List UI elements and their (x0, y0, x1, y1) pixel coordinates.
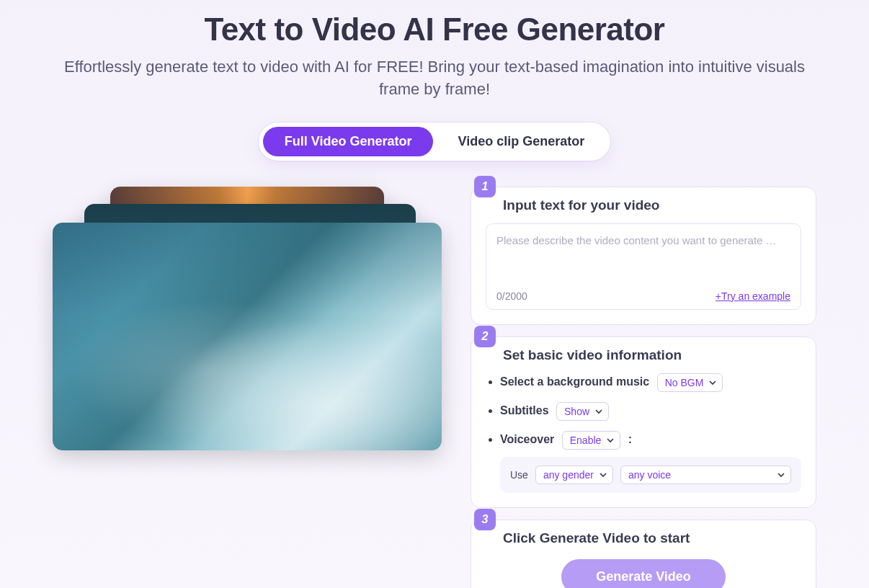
step-2-badge: 2 (474, 326, 496, 347)
preview-card-front (53, 223, 442, 450)
char-counter: 0/2000 (496, 290, 527, 302)
chevron-down-icon (709, 379, 716, 386)
voiceover-select-value: Enable (570, 435, 602, 446)
step-1-card: 1 Input text for your video 0/2000 +Try … (471, 187, 816, 325)
step-1-title: Input text for your video (503, 197, 801, 213)
prompt-input[interactable] (496, 234, 790, 283)
step-2-title: Set basic video information (503, 347, 801, 363)
subtitles-label: Subtitles (500, 404, 549, 416)
ocean-wave-image (53, 223, 442, 450)
page-subtitle: Effortlessly generate text to video with… (53, 56, 816, 101)
step-1-badge: 1 (474, 176, 496, 197)
bgm-select[interactable]: No BGM (657, 373, 723, 392)
step-3-card: 3 Click Generate Video to start Generate… (471, 520, 816, 588)
page-title: Text to Video AI Free Generator (53, 12, 816, 48)
chevron-down-icon (777, 471, 785, 478)
generate-video-button[interactable]: Generate Video (561, 559, 726, 588)
mode-tab-switcher: Full Video Generator Video clip Generato… (259, 122, 610, 161)
prompt-input-box: 0/2000 +Try an example (486, 223, 801, 310)
voice-select-value: any voice (628, 469, 671, 481)
step-3-badge: 3 (474, 509, 496, 530)
bgm-select-value: No BGM (665, 377, 704, 388)
subtitles-select-value: Show (564, 406, 589, 417)
voiceover-label: Voiceover (500, 433, 554, 445)
step-2-card: 2 Set basic video information Select a b… (471, 337, 816, 508)
voice-select[interactable]: any voice (620, 466, 791, 484)
voiceover-colon: : (628, 433, 632, 445)
chevron-down-icon (595, 408, 602, 415)
voiceover-select[interactable]: Enable (562, 431, 621, 450)
tab-video-clip[interactable]: Video clip Generator (436, 127, 606, 156)
gender-select-value: any gender (543, 469, 594, 481)
use-label: Use (510, 469, 528, 481)
chevron-down-icon (600, 471, 607, 478)
bgm-label: Select a background music (500, 375, 649, 388)
subtitles-select[interactable]: Show (556, 402, 609, 421)
tab-full-video[interactable]: Full Video Generator (263, 127, 434, 156)
gender-select[interactable]: any gender (535, 466, 613, 484)
try-example-link[interactable]: +Try an example (716, 290, 790, 302)
preview-stack (53, 187, 442, 489)
step-3-title: Click Generate Video to start (503, 530, 801, 546)
voice-options-row: Use any gender any voice (500, 457, 801, 493)
chevron-down-icon (607, 437, 614, 444)
